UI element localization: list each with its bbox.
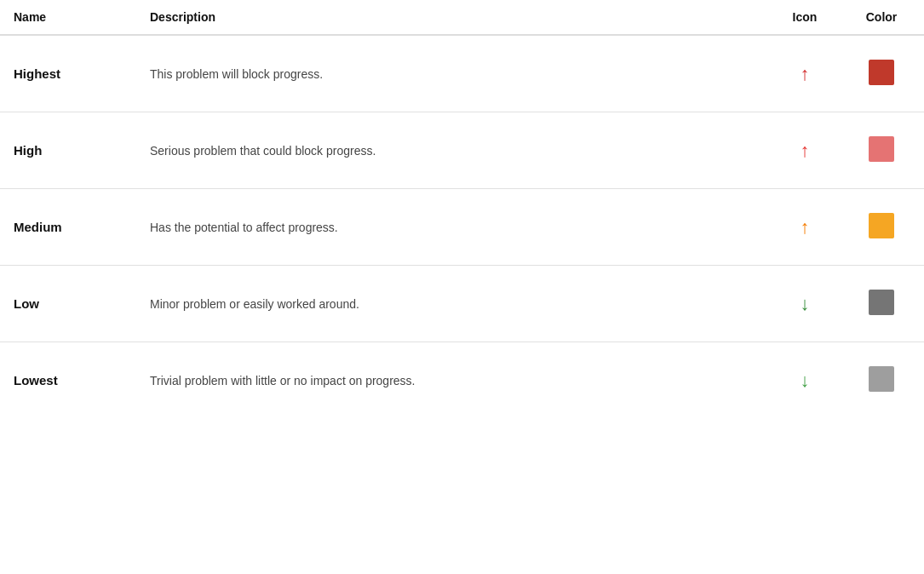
table-row: MediumHas the potential to affect progre… [0,189,924,266]
priority-color-swatch [839,266,924,342]
priority-color-swatch [839,35,924,112]
priority-color-swatch [839,342,924,419]
color-box [869,213,894,238]
priority-name: High [0,112,136,189]
color-box [869,60,894,85]
priority-description: Minor problem or easily worked around. [136,266,771,342]
header-description: Description [136,0,771,35]
table-row: LowestTrivial problem with little or no … [0,342,924,419]
arrow-up-icon: ↑ [801,63,810,84]
color-box [869,290,894,315]
priority-color-swatch [839,189,924,266]
priority-description: Serious problem that could block progres… [136,112,771,189]
arrow-down-icon: ↓ [801,293,810,314]
priority-icon: ↓ [771,342,839,419]
priority-description: This problem will block progress. [136,35,771,112]
header-color: Color [839,0,924,35]
priority-color-swatch [839,112,924,189]
priority-name: Highest [0,35,136,112]
table-row: HighestThis problem will block progress.… [0,35,924,112]
header-name: Name [0,0,136,35]
priority-name: Lowest [0,342,136,419]
priority-icon: ↓ [771,266,839,342]
arrow-up-icon: ↑ [801,140,810,161]
color-box [869,136,894,162]
table-row: LowMinor problem or easily worked around… [0,266,924,342]
priority-description: Trivial problem with little or no impact… [136,342,771,419]
arrow-up-icon: ↑ [801,216,810,238]
table-row: HighSerious problem that could block pro… [0,112,924,189]
priority-description: Has the potential to affect progress. [136,189,771,266]
priority-name: Low [0,266,136,342]
priority-name: Medium [0,189,136,266]
arrow-down-icon: ↓ [801,370,810,391]
color-box [869,366,894,392]
header-icon: Icon [771,0,839,35]
priority-icon: ↑ [771,112,839,189]
priority-icon: ↑ [771,189,839,266]
priority-icon: ↑ [771,35,839,112]
